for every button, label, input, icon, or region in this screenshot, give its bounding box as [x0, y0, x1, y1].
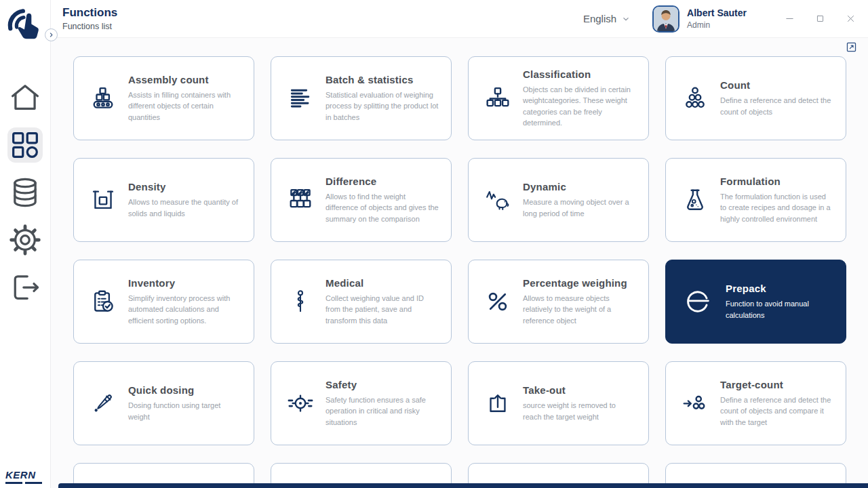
function-card-title: Quick dosing [128, 384, 243, 396]
function-card-title: Medical [326, 277, 440, 289]
function-card[interactable]: Count Define a reference and detect the … [665, 56, 846, 140]
function-card-title: Formulation [720, 176, 835, 187]
apps-grid-icon [7, 127, 43, 163]
function-card-description: Allows to find the weight difference of … [326, 191, 440, 225]
function-card-title: Batch & statistics [326, 74, 440, 85]
gear-icon [7, 222, 43, 258]
kern-logo: KERN [5, 469, 42, 484]
function-card-description: Define a reference and detect the count … [720, 394, 835, 428]
function-card-title: Classification [523, 68, 637, 80]
function-card-description: source weight is removed to reach the ta… [523, 400, 637, 422]
asclepius-staff-icon [288, 289, 313, 314]
function-card-title: Safety [326, 379, 440, 390]
user-name: Albert Sauter [687, 7, 747, 18]
crosshair-target-icon [288, 390, 313, 416]
function-card[interactable]: Take-out source weight is removed to rea… [468, 361, 649, 445]
content-area: Assembly count Assists in filling contai… [51, 37, 868, 488]
user-menu[interactable]: Albert Sauter Admin [652, 5, 747, 33]
expand-icon[interactable] [846, 41, 857, 53]
header: Functions Functions list English [51, 0, 868, 37]
app-window: KERN Functions Functions list English [0, 0, 868, 488]
minimize-icon[interactable] [785, 14, 795, 24]
function-card[interactable]: Batch & statistics Statistical evaluatio… [271, 56, 452, 140]
function-card-title: Difference [326, 176, 440, 187]
conveyor-icon [90, 85, 116, 111]
function-card-title: Density [128, 181, 243, 192]
function-card[interactable]: Target-count Define a reference and dete… [665, 361, 846, 445]
sidebar-item-database[interactable] [7, 175, 43, 210]
functions-grid: Assembly count Assists in filling contai… [51, 38, 868, 488]
function-card[interactable]: Prepack Function to avoid manual calcula… [665, 260, 846, 344]
function-card-description: Function to avoid manual calculations [726, 298, 835, 321]
sidebar-item-settings[interactable] [7, 222, 43, 258]
chevron-down-icon [621, 14, 631, 24]
language-selector[interactable]: English [583, 13, 631, 24]
function-card-description: Define a reference and detect the count … [720, 95, 835, 117]
difference-squares-icon [288, 187, 313, 213]
function-card-description: Simplify inventory process with automate… [128, 293, 243, 327]
maximize-icon[interactable] [815, 14, 825, 24]
function-card-description: Allows to measure objects relatively to … [523, 293, 637, 327]
container-icon [90, 187, 116, 213]
main-area: Functions Functions list English [51, 0, 868, 488]
function-card[interactable]: Difference Allows to find the weight dif… [271, 158, 452, 242]
function-card-title: Inventory [128, 277, 243, 289]
stats-lines-icon [288, 85, 313, 111]
close-icon[interactable] [846, 14, 856, 24]
function-card[interactable]: Density Allows to measure the quantity o… [73, 158, 254, 242]
window-controls [785, 14, 856, 24]
home-icon [7, 80, 43, 115]
sidebar: KERN [0, 0, 51, 488]
function-card-title: Percentage weighing [523, 277, 637, 289]
function-card-description: The formulation function is used to crea… [720, 191, 835, 225]
hierarchy-tree-icon [485, 85, 511, 111]
box-arrow-up-icon [485, 390, 511, 416]
clipboard-check-icon [90, 289, 116, 314]
function-card-description: Measure a moving object over a long peri… [523, 197, 637, 219]
kern-logo-underline [5, 482, 42, 484]
function-card-title: Dynamic [523, 181, 637, 192]
page-subtitle: Functions list [62, 22, 117, 31]
function-card[interactable]: Classification Objects can be divided in… [468, 56, 649, 140]
function-card[interactable]: Dynamic Measure a moving object over a l… [468, 158, 649, 242]
function-card[interactable]: Medical Collect weighing value and ID fr… [271, 260, 452, 344]
page-title: Functions [62, 6, 117, 20]
kern-logo-text: KERN [5, 469, 36, 481]
function-card-title: Target-count [720, 379, 835, 390]
function-card-description: Safety function ensures a safe operation… [326, 394, 440, 428]
sidebar-item-logout[interactable] [7, 270, 43, 305]
touch-hand-logo-icon [5, 5, 45, 45]
flask-icon [682, 187, 708, 213]
function-card[interactable]: Formulation The formulation function is … [665, 158, 846, 242]
estimated-sign-icon [682, 286, 713, 317]
pipette-icon [90, 390, 116, 416]
function-card-description: Objects can be divided in certain weight… [523, 84, 637, 129]
function-card[interactable]: Assembly count Assists in filling contai… [73, 56, 254, 140]
function-card-description: Assists in filling containers with diffe… [128, 89, 243, 123]
avatar [652, 5, 679, 33]
function-card-title: Assembly count [128, 74, 243, 85]
function-card-description: Allows to measure the quantity of solids… [128, 197, 243, 219]
arrow-circles-icon [682, 390, 708, 416]
function-card-title: Count [720, 79, 835, 91]
percent-icon [485, 289, 511, 314]
function-card-description: Statistical evaluation of weighing proce… [326, 89, 440, 123]
database-icon [7, 175, 43, 210]
logout-icon [7, 270, 43, 305]
function-card[interactable]: Percentage weighing Allows to measure ob… [468, 260, 649, 344]
function-card[interactable]: Quick dosing Dosing function using targe… [73, 361, 254, 445]
footer-bar [58, 483, 868, 488]
function-card-title: Take-out [523, 384, 637, 396]
function-card[interactable]: Safety Safety function ensures a safe op… [271, 361, 452, 445]
sidebar-item-functions[interactable] [7, 127, 43, 163]
function-card[interactable]: Inventory Simplify inventory process wit… [73, 260, 254, 344]
language-selected: English [583, 13, 616, 24]
mouse-wave-icon [485, 187, 511, 213]
function-card-description: Collect weighing value and ID from the p… [326, 293, 440, 327]
sidebar-nav [7, 80, 43, 305]
circles-pyramid-icon [682, 85, 708, 111]
sidebar-item-home[interactable] [7, 80, 43, 115]
sidebar-expand-button[interactable] [45, 28, 58, 41]
function-card-description: Dosing function using target weight [128, 400, 243, 422]
function-card-title: Prepack [726, 283, 835, 294]
